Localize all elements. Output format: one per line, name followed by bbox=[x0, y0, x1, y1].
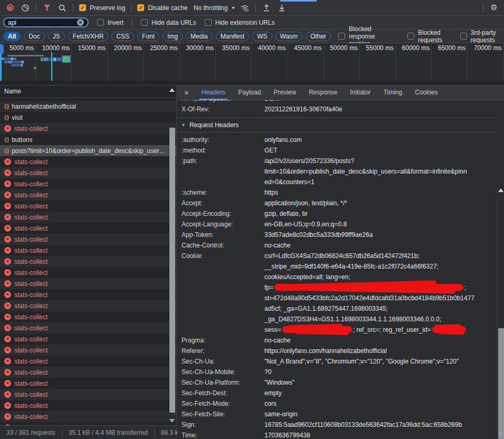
record-button[interactable] bbox=[5, 3, 15, 13]
filter-pill-font[interactable]: Font bbox=[137, 32, 159, 41]
filter-pill-fetch-xhr[interactable]: Fetch/XHR bbox=[68, 32, 109, 41]
filter-toggle-button[interactable] bbox=[42, 3, 52, 13]
scroll-up-icon[interactable] bbox=[169, 88, 175, 92]
import-har-button[interactable] bbox=[262, 3, 271, 13]
header-value-line: cors bbox=[264, 398, 497, 409]
request-row[interactable]: ×stats-collect bbox=[0, 389, 176, 400]
request-list-scrollbar[interactable] bbox=[169, 85, 176, 425]
request-row[interactable]: ×stats-collect bbox=[0, 223, 176, 234]
filter-pill-media[interactable]: Media bbox=[186, 32, 213, 41]
preserve-log-toggle[interactable]: ✓ Preserve log bbox=[79, 4, 125, 12]
tab-payload[interactable]: Payload bbox=[238, 85, 261, 100]
clear-button[interactable] bbox=[21, 3, 30, 13]
request-row[interactable]: {:}visit bbox=[0, 112, 176, 123]
checkbox-icon[interactable] bbox=[338, 33, 345, 40]
hide-extension-urls-toggle[interactable]: Hide extension URLs bbox=[205, 19, 275, 26]
request-row[interactable]: ×stats-collect bbox=[0, 256, 176, 267]
request-row[interactable]: ×stats-collect bbox=[0, 212, 176, 223]
filter-pill-img[interactable]: Img bbox=[163, 32, 183, 41]
request-row[interactable]: ×stats-collect bbox=[0, 345, 176, 356]
request-row[interactable]: ×stats-collect bbox=[0, 189, 176, 201]
request-row[interactable]: {:}hannahelizabethofficial bbox=[0, 101, 176, 112]
export-har-button[interactable] bbox=[277, 3, 287, 13]
settings-button[interactable]: ⚙ bbox=[489, 3, 499, 13]
request-row[interactable]: ×stats-collect bbox=[0, 178, 176, 189]
filter-pill-other[interactable]: Other bbox=[306, 32, 331, 41]
header-name: Accept-Language: bbox=[182, 219, 264, 230]
request-row[interactable]: ×stats-collect bbox=[0, 300, 176, 311]
hide-data-urls-toggle[interactable]: Hide data URLs bbox=[141, 19, 196, 26]
timeline-tick-label: 60000 ms bbox=[396, 43, 431, 52]
3rd-party-requests-toggle[interactable]: 3rd-party requests bbox=[460, 29, 501, 44]
request-name: stats-collect bbox=[14, 225, 176, 232]
hide-data-urls-checkbox[interactable] bbox=[141, 19, 148, 26]
scroll-down-icon[interactable] bbox=[169, 419, 175, 423]
overview-drag-handle[interactable] bbox=[0, 44, 4, 54]
filter-pill-ws[interactable]: WS bbox=[252, 32, 272, 41]
waterfall-bar bbox=[57, 58, 61, 61]
close-icon[interactable]: × bbox=[184, 89, 189, 97]
request-row[interactable]: ×stats-collect bbox=[0, 322, 176, 333]
invert-toggle[interactable]: Invert bbox=[97, 19, 123, 26]
timeline-overview[interactable]: 5000 ms10000 ms15000 ms20000 ms25000 ms3… bbox=[0, 43, 504, 85]
tab-preview[interactable]: Preview bbox=[274, 85, 297, 100]
request-row[interactable]: ×stats-collect bbox=[0, 367, 176, 378]
tab-response[interactable]: Response bbox=[309, 85, 337, 100]
request-row[interactable]: {:}posts?limit=10&order=publish_date_des… bbox=[0, 145, 176, 156]
tab-cookies[interactable]: Cookies bbox=[415, 85, 438, 100]
request-row[interactable]: ×stats-collect bbox=[0, 201, 176, 212]
blocked-requests-toggle[interactable]: Blocked requests bbox=[407, 29, 446, 44]
waterfall-bar bbox=[5, 58, 10, 60]
request-name: stats-collect bbox=[14, 192, 176, 199]
clear-filter-icon[interactable]: × bbox=[77, 19, 84, 26]
filter-pill-doc[interactable]: Doc bbox=[24, 32, 44, 41]
request-row[interactable]: ×stats-collect bbox=[0, 167, 176, 178]
disable-cache-checkbox[interactable]: ✓ bbox=[137, 4, 144, 11]
filter-pill-all[interactable]: All bbox=[3, 32, 21, 41]
request-row[interactable]: ×stats-collect bbox=[0, 411, 176, 422]
request-row[interactable]: ×stats-collect bbox=[0, 278, 176, 289]
request-row[interactable]: ×stats-collect bbox=[0, 289, 176, 300]
scrollbar-thumb[interactable] bbox=[169, 128, 175, 413]
scroll-down-icon[interactable] bbox=[498, 433, 503, 436]
network-conditions-button[interactable] bbox=[240, 3, 250, 13]
request-row[interactable]: ×stats-collect bbox=[0, 311, 176, 322]
error-icon: × bbox=[4, 125, 11, 132]
header-entry: Sec-Ch-Ua-Platform:"Windows" bbox=[177, 377, 497, 388]
tab-headers[interactable]: Headers bbox=[202, 85, 225, 100]
request-row[interactable]: ×stats-collect bbox=[0, 267, 176, 278]
request-row[interactable]: ×stats-collect bbox=[0, 333, 176, 345]
network-toolbar: ✓ Preserve log ✓ Disable cache No thrott… bbox=[0, 0, 504, 16]
search-button[interactable] bbox=[58, 3, 67, 13]
throttling-select[interactable]: No throttling ▾ bbox=[194, 4, 235, 12]
checkbox-icon[interactable] bbox=[407, 33, 414, 40]
filter-pill-wasm[interactable]: Wasm bbox=[275, 32, 303, 41]
request-row[interactable]: ×stats-collect bbox=[0, 123, 176, 134]
disable-cache-toggle[interactable]: ✓ Disable cache bbox=[137, 4, 187, 12]
filter-pill-manifest[interactable]: Manifest bbox=[216, 32, 249, 41]
checkbox-icon[interactable] bbox=[460, 33, 467, 40]
details-scrollbar[interactable] bbox=[497, 186, 504, 439]
request-row[interactable]: ×stats-collect bbox=[0, 356, 176, 367]
timeline-column: 40000 ms bbox=[252, 43, 288, 85]
hide-extension-urls-checkbox[interactable] bbox=[205, 19, 212, 26]
error-icon: × bbox=[4, 192, 11, 198]
filter-pill-js[interactable]: JS bbox=[48, 32, 65, 41]
name-column-header[interactable]: Name bbox=[0, 85, 176, 98]
header-value-line: "Windows" bbox=[264, 377, 497, 388]
tab-timing[interactable]: Timing bbox=[384, 85, 403, 100]
invert-checkbox[interactable] bbox=[97, 19, 104, 26]
request-row[interactable]: ×stats-collect bbox=[0, 245, 176, 256]
request-row[interactable]: ×stats-collect bbox=[0, 378, 176, 389]
filter-pill-css[interactable]: CSS bbox=[111, 32, 134, 41]
request-row[interactable]: ×stats-collect bbox=[0, 156, 176, 167]
tab-initiator[interactable]: Initiator bbox=[350, 85, 370, 100]
scroll-up-icon[interactable] bbox=[498, 188, 503, 192]
request-row[interactable]: ×stats-collect bbox=[0, 234, 176, 245]
scrollbar-thumb[interactable] bbox=[498, 328, 504, 439]
request-headers-section-header[interactable]: ▼ Request Headers bbox=[177, 118, 497, 132]
request-row[interactable]: {:}buttons bbox=[0, 134, 176, 145]
filter-input[interactable]: api × bbox=[3, 17, 89, 27]
request-row[interactable]: ×stats-collect bbox=[0, 400, 176, 411]
preserve-log-checkbox[interactable]: ✓ bbox=[79, 4, 86, 11]
